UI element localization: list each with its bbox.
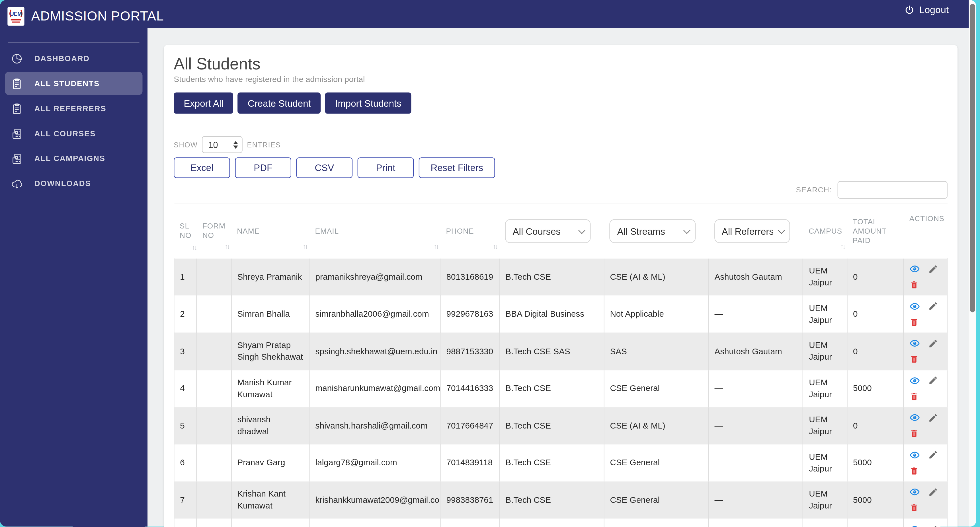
pencil-icon xyxy=(929,450,939,460)
view-button[interactable] xyxy=(910,487,920,497)
cell-phone: 9983838761 xyxy=(441,481,500,519)
export-all-button[interactable]: Export All xyxy=(174,92,233,114)
column-header-name[interactable]: NAME↑↓ xyxy=(231,204,310,259)
sidebar-item-label: DOWNLOADS xyxy=(35,179,91,188)
referrers-filter-select[interactable]: All Referrers xyxy=(714,219,790,243)
cell-stream: Not Applicable xyxy=(604,295,709,333)
table-row: 5 shivansh dhadwal shivansh.harshali@gma… xyxy=(174,407,947,444)
create-student-button[interactable]: Create Student xyxy=(238,92,321,114)
column-header-actions: ACTIONS xyxy=(904,204,947,259)
sort-icon: ↑↓ xyxy=(840,242,845,251)
cell-email: krishankkumawat2009@gmail.com xyxy=(310,481,441,519)
view-button[interactable] xyxy=(910,301,920,311)
edit-button[interactable] xyxy=(929,413,939,422)
cell-name: Krishan Kant Kumawat xyxy=(231,481,310,519)
sidebar-item-dashboard[interactable]: DASHBOARD xyxy=(5,47,143,70)
courses-filter-select[interactable]: All Courses xyxy=(505,219,591,243)
page-root: UEM ADMISSION PORTAL Logout xyxy=(0,0,980,527)
column-header-phone[interactable]: PHONE↑↓ xyxy=(441,204,500,259)
all-students-card: All Students Students who have registere… xyxy=(164,45,958,527)
delete-button[interactable] xyxy=(910,280,919,290)
cell-form-no xyxy=(197,333,231,370)
delete-button[interactable] xyxy=(910,354,919,364)
cell-total-amount-paid: 5000 xyxy=(847,444,904,481)
scrollbar-track[interactable] xyxy=(969,0,976,527)
cell-form-no xyxy=(197,259,231,296)
delete-button[interactable] xyxy=(910,429,919,438)
cell-name: Manish Kumar Kumawat xyxy=(231,370,310,407)
view-button[interactable] xyxy=(910,338,920,349)
view-button[interactable] xyxy=(910,412,920,423)
column-header-sl-no[interactable]: SL NO↑↓ xyxy=(174,204,197,259)
edit-button[interactable] xyxy=(929,376,939,386)
export-buttons: Excel PDF CSV Print Reset Filters xyxy=(174,157,948,178)
page-size-select[interactable]: 10 xyxy=(202,136,243,153)
column-header-form-no[interactable]: FORM NO↑↓ xyxy=(197,204,231,259)
cell-actions xyxy=(904,259,947,296)
column-header-campus[interactable]: CAMPUS↑↓ xyxy=(803,204,847,259)
cell-referrer: — xyxy=(709,295,803,333)
newspaper-icon xyxy=(11,152,23,165)
excel-button[interactable]: Excel xyxy=(174,157,230,178)
show-entries-control: SHOW 10 ENTRIES xyxy=(174,136,948,153)
column-header-course-filter: All Courses xyxy=(500,204,604,259)
edit-button[interactable] xyxy=(929,450,939,460)
sidebar-item-all-referrers[interactable]: ALL REFERRERS xyxy=(5,97,143,120)
trash-icon xyxy=(910,392,919,402)
delete-button[interactable] xyxy=(910,317,919,327)
edit-button[interactable] xyxy=(929,264,939,274)
cell-campus: UEM Jaipur xyxy=(803,295,847,333)
cell-actions xyxy=(904,407,947,444)
sidebar-item-all-students[interactable]: ALL STUDENTS xyxy=(5,72,143,95)
pencil-icon xyxy=(929,487,939,497)
reset-filters-button[interactable]: Reset Filters xyxy=(419,157,495,178)
sidebar-item-downloads[interactable]: DOWNLOADS xyxy=(5,172,143,195)
power-icon xyxy=(904,5,914,14)
sidebar-item-all-courses[interactable]: ALL COURSES xyxy=(5,122,143,145)
cell-referrer: — xyxy=(709,519,803,527)
cell-sl-no: 1 xyxy=(174,259,197,296)
cell-referrer: — xyxy=(709,370,803,407)
primary-actions: Export All Create Student Import Student… xyxy=(174,92,948,114)
column-header-total-amount-paid[interactable]: TOTAL AMOUNT PAID xyxy=(847,204,904,259)
brand-title: ADMISSION PORTAL xyxy=(31,8,164,24)
cell-actions xyxy=(904,370,947,407)
cell-phone: 8013168619 xyxy=(441,259,500,296)
delete-button[interactable] xyxy=(910,392,919,402)
delete-button[interactable] xyxy=(910,503,919,513)
import-students-button[interactable]: Import Students xyxy=(325,92,411,114)
sidebar: DASHBOARD ALL STUDENTS ALL REFERRERS xyxy=(0,28,148,527)
cell-total-amount-paid: 0 xyxy=(847,407,904,444)
view-button[interactable] xyxy=(910,524,920,527)
view-button[interactable] xyxy=(910,375,920,386)
edit-button[interactable] xyxy=(929,302,939,311)
clipboard-icon xyxy=(11,102,23,115)
sidebar-item-all-campaigns[interactable]: ALL CAMPAIGNS xyxy=(5,147,143,170)
logout-button[interactable]: Logout xyxy=(900,3,952,16)
column-header-referrer-filter: All Referrers xyxy=(709,204,803,259)
delete-button[interactable] xyxy=(910,466,919,476)
sort-icon: ↑↓ xyxy=(493,242,497,251)
pdf-button[interactable]: PDF xyxy=(235,157,291,178)
search-input[interactable] xyxy=(838,181,948,198)
cell-course: B.Tech CSE xyxy=(500,259,604,296)
app-window: UEM ADMISSION PORTAL Logout xyxy=(0,0,976,527)
cell-phone: 9887153330 xyxy=(441,333,500,370)
column-header-email[interactable]: EMAIL↑↓ xyxy=(310,204,441,259)
cell-referrer: — xyxy=(709,407,803,444)
view-button[interactable] xyxy=(910,449,920,460)
edit-button[interactable] xyxy=(929,487,939,497)
edit-button[interactable] xyxy=(929,524,939,527)
print-button[interactable]: Print xyxy=(358,157,414,178)
streams-filter-select[interactable]: All Streams xyxy=(609,219,695,243)
view-button[interactable] xyxy=(910,264,920,274)
cell-campus: UEM Jaipur xyxy=(803,259,847,296)
scrollbar-thumb[interactable] xyxy=(970,4,975,312)
cell-phone: 9929678163 xyxy=(441,295,500,333)
csv-button[interactable]: CSV xyxy=(296,157,353,178)
sidebar-item-label: ALL STUDENTS xyxy=(35,79,100,88)
eye-icon xyxy=(910,524,920,527)
edit-button[interactable] xyxy=(929,338,939,348)
sidebar-item-label: ALL REFERRERS xyxy=(35,104,107,113)
cell-actions xyxy=(904,333,947,370)
